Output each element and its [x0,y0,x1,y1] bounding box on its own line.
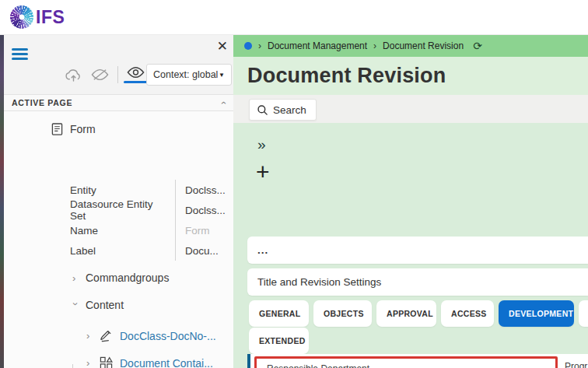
document-icon [51,122,63,136]
property-value[interactable]: Docu... [185,245,219,257]
section-title-card[interactable]: Title and Revision Settings [247,268,588,296]
cloud-upload-icon[interactable] [65,68,82,82]
tree-item-document-container[interactable]: › Document Contai... [86,356,213,368]
property-label: Label [70,245,171,257]
app-root: IFS ✕ [0,0,588,368]
ifs-logo[interactable]: IFS [10,5,65,29]
breadcrumb-separator: › [258,40,261,51]
add-icon[interactable]: + [256,160,270,184]
tree-item-form[interactable]: Form [51,122,96,136]
active-page-tree: Form Entity Doclss... Datasource Entity … [4,111,233,368]
content-area: » + ... Title and Revision Settings GENE… [233,123,588,368]
expand-double-chevron-icon[interactable]: » [257,136,266,153]
refresh-icon[interactable]: ⟳ [473,40,482,52]
tree-item-label: Commandgroups [86,272,169,284]
tab-extended[interactable]: EXTENDED [249,328,309,354]
tab-general[interactable]: GENERAL [249,300,309,327]
property-row: Datasource Entity Set Doclss... [70,200,226,220]
property-label: Datasource Entity Set [70,198,171,222]
tree-item-commandgroups[interactable]: › Commandgroups [72,272,169,284]
eye-off-icon[interactable] [91,68,109,82]
hamburger-menu-icon[interactable] [12,48,28,60]
development-tab-panel: Responsible Department Progr [247,354,588,368]
breadcrumb: › Document Management › Document Revisio… [233,35,588,57]
panel-accent-bar [247,354,250,368]
tab-strip-row1: GENERAL OBJECTS APPROVAL ACCESS DEVELOPM… [249,300,588,327]
chevron-down-icon: ▼ [219,72,225,79]
chevron-down-icon[interactable]: › [70,302,82,308]
ifs-logo-text: IFS [36,7,65,28]
eye-icon[interactable] [127,68,145,82]
tree-item-label: Form [70,123,96,135]
chevron-right-icon[interactable]: › [72,272,79,284]
tab-fi-clipped[interactable]: FI [579,300,588,327]
tab-strip-row2: EXTENDED [249,328,309,354]
search-icon [257,104,268,116]
signature-icon [100,329,113,342]
search-button[interactable]: Search [249,99,317,121]
tree-item-label[interactable]: Document Contai... [120,357,213,368]
section-title-label: Title and Revision Settings [257,276,381,288]
responsible-department-label: Responsible Department [267,363,369,368]
property-label: Name [70,225,171,237]
property-row: Name Form [70,220,226,240]
active-page-section-header[interactable]: ACTIVE PAGE › [4,94,233,111]
breadcrumb-item-document-management[interactable]: Document Management [268,40,367,51]
tab-development[interactable]: DEVELOPMENT [499,300,574,327]
search-button-label: Search [273,104,306,116]
top-bar: IFS [0,0,588,35]
collapse-caret-icon[interactable]: › [219,101,229,105]
tree-indent-line [72,364,73,368]
context-dropdown[interactable]: Context: global ▼ [146,64,232,86]
components-icon [100,356,113,368]
highlighted-field-group[interactable]: Responsible Department [254,356,558,368]
property-row: Label Docu... [70,240,226,261]
more-options-card[interactable]: ... [247,237,588,264]
status-dot-icon[interactable] [244,42,252,50]
search-band: Search [233,95,588,123]
main-content: › Document Management › Document Revisio… [233,35,588,368]
ifs-spiral-icon [10,5,33,29]
chevron-right-icon[interactable]: › [86,330,93,342]
sidebar-toolbar [65,66,145,83]
chevron-right-icon[interactable]: › [86,357,93,368]
tree-item-label[interactable]: DocClass-DocNo-... [120,330,216,342]
tab-access[interactable]: ACCESS [441,300,494,327]
breadcrumb-separator: › [373,40,376,51]
tree-item-label: Content [86,299,124,311]
property-value[interactable]: Doclss... [185,184,226,196]
close-icon[interactable]: ✕ [217,39,228,54]
ellipsis-label: ... [257,244,268,256]
page-title: Document Revision [247,64,446,88]
heading-band: Document Revision [233,57,588,95]
breadcrumb-item-document-revision[interactable]: Document Revision [383,40,464,51]
toolbar-divider [117,66,118,83]
tab-objects[interactable]: OBJECTS [313,300,372,327]
program-field-label: Progr [565,361,587,368]
tab-approval[interactable]: APPROVAL [376,300,436,327]
page-designer-sidebar: ✕ [4,35,233,368]
property-label: Entity [70,184,171,196]
tree-item-docclass-docno[interactable]: › DocClass-DocNo-... [86,329,216,342]
active-page-label: ACTIVE PAGE [12,98,72,107]
property-row: Entity Doclss... [70,180,226,200]
tree-item-content[interactable]: › Content [72,299,124,311]
property-value[interactable]: Form [185,225,210,237]
context-dropdown-label: Context: global [153,69,218,80]
property-value[interactable]: Doclss... [185,205,226,216]
